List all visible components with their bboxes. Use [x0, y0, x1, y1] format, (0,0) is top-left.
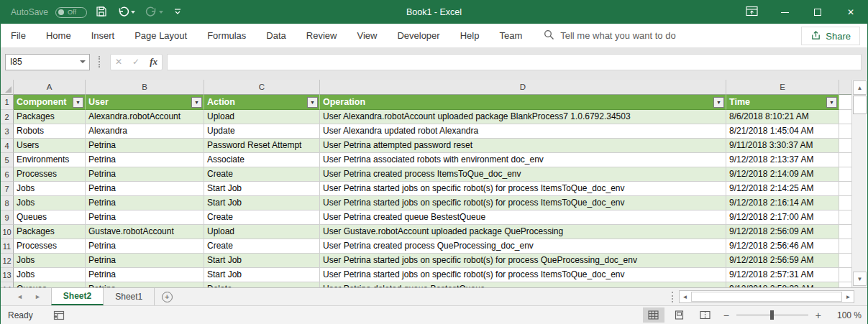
- ribbon-tab-home[interactable]: Home: [36, 24, 81, 47]
- sheet-tab-sheet2[interactable]: Sheet2: [51, 288, 104, 305]
- name-box-input[interactable]: [6, 57, 76, 67]
- cell-operation[interactable]: User Petrina started jobs on specific ro…: [320, 196, 726, 210]
- row-number[interactable]: 5: [1, 153, 14, 167]
- empty-cell[interactable]: [839, 196, 852, 210]
- empty-cell[interactable]: [839, 95, 852, 110]
- empty-cell[interactable]: [839, 225, 852, 239]
- column-header-c[interactable]: C: [204, 80, 320, 95]
- cell-user[interactable]: Alexandra: [86, 124, 204, 139]
- empty-cell[interactable]: [839, 167, 852, 182]
- row-number[interactable]: 13: [1, 268, 14, 282]
- empty-cell[interactable]: [839, 210, 852, 225]
- confirm-entry-button[interactable]: ✓: [132, 57, 140, 67]
- cell-time[interactable]: 9/12/2018 2:56:59 AM: [726, 254, 839, 268]
- share-button[interactable]: Share: [801, 27, 860, 45]
- cancel-entry-button[interactable]: ✕: [115, 57, 122, 67]
- horizontal-scrollbar-thumb[interactable]: [691, 292, 842, 302]
- sheet-tab-sheet1[interactable]: Sheet1: [104, 288, 155, 305]
- cell-time[interactable]: 9/11/2018 3:30:37 AM: [726, 139, 839, 153]
- filter-dropdown-button[interactable]: ▼: [191, 97, 202, 108]
- redo-button[interactable]: [144, 4, 165, 20]
- next-sheet-icon[interactable]: ►: [35, 293, 41, 300]
- cell-action[interactable]: Upload: [204, 110, 320, 124]
- row-number[interactable]: 6: [1, 167, 14, 182]
- autosave-toggle[interactable]: Off: [55, 7, 87, 18]
- ribbon-tab-page-layout[interactable]: Page Layout: [124, 24, 197, 47]
- cell-component[interactable]: Jobs: [14, 196, 86, 210]
- cell-user[interactable]: Petrina: [86, 182, 204, 196]
- ribbon-tab-formulas[interactable]: Formulas: [197, 24, 256, 47]
- cell-user[interactable]: Gustave.robotAccount: [86, 225, 204, 239]
- cell-action[interactable]: Password Reset Attempt: [204, 139, 320, 153]
- cell-time[interactable]: 9/12/2018 2:17:00 AM: [726, 210, 839, 225]
- vertical-scrollbar[interactable]: ▲ ▼: [851, 80, 867, 287]
- cell-action[interactable]: Upload: [204, 225, 320, 239]
- scroll-down-button[interactable]: ▼: [853, 272, 867, 286]
- filter-dropdown-button[interactable]: ▼: [73, 97, 83, 108]
- tab-bar-resize-handle[interactable]: [672, 292, 673, 302]
- insert-function-button[interactable]: fx: [150, 56, 157, 68]
- ribbon-tab-developer[interactable]: Developer: [387, 24, 449, 47]
- cell-operation[interactable]: User Petrina associated robots with envi…: [320, 153, 726, 167]
- cell-time[interactable]: 9/12/2018 2:14:09 AM: [726, 167, 839, 182]
- cell-action[interactable]: Delete: [204, 282, 320, 287]
- cell-user[interactable]: Petrina: [86, 196, 204, 210]
- zoom-slider[interactable]: [736, 315, 808, 315]
- cell-time[interactable]: 9/12/2018 2:14:25 AM: [726, 182, 839, 196]
- row-number[interactable]: 12: [1, 254, 14, 268]
- cell-operation[interactable]: User Petrina created process ItemsToQue_…: [320, 167, 726, 182]
- ribbon-tab-help[interactable]: Help: [450, 24, 490, 47]
- cell-time[interactable]: 9/12/2018 2:16:14 AM: [726, 196, 839, 210]
- cell-time[interactable]: 8/6/2018 8:10:21 AM: [726, 110, 839, 124]
- empty-cell[interactable]: [839, 182, 852, 196]
- empty-cell[interactable]: [839, 282, 852, 287]
- cell-action[interactable]: Start Job: [204, 182, 320, 196]
- save-button[interactable]: [94, 4, 109, 21]
- empty-cell[interactable]: [839, 268, 852, 282]
- row-number[interactable]: 14: [1, 282, 14, 287]
- ribbon-tab-view[interactable]: View: [347, 24, 387, 47]
- filter-dropdown-button[interactable]: ▼: [307, 97, 318, 108]
- row-number[interactable]: 4: [1, 139, 14, 153]
- filter-dropdown-button[interactable]: ▼: [713, 97, 724, 108]
- cell-operation[interactable]: User Petrina started jobs on specific ro…: [320, 254, 726, 268]
- new-sheet-button[interactable]: +: [155, 288, 179, 305]
- empty-cell[interactable]: [839, 239, 852, 254]
- row-number[interactable]: 2: [1, 110, 14, 124]
- select-all-button[interactable]: [1, 80, 14, 95]
- filter-dropdown-button[interactable]: ▼: [826, 97, 837, 108]
- ribbon-tab-team[interactable]: Team: [489, 24, 532, 47]
- cell-user[interactable]: Petrina: [86, 282, 204, 287]
- undo-button[interactable]: [116, 4, 137, 20]
- cell-operation[interactable]: User Petrina created process QueProcessi…: [320, 239, 726, 254]
- close-button[interactable]: ✕: [834, 1, 867, 24]
- cell-component[interactable]: Users: [14, 139, 86, 153]
- cell-user[interactable]: Petrina: [86, 153, 204, 167]
- scroll-up-button[interactable]: ▲: [853, 80, 867, 95]
- cell-user[interactable]: Alexandra.robotAccount: [86, 110, 204, 124]
- cell-operation[interactable]: User Alexandra.robotAccount uploaded pac…: [320, 110, 726, 124]
- cell-user[interactable]: Petrina: [86, 139, 204, 153]
- page-break-preview-button[interactable]: [695, 307, 716, 323]
- row-number[interactable]: 8: [1, 196, 14, 210]
- cell-time[interactable]: 8/21/2018 1:45:04 AM: [726, 124, 839, 139]
- column-header-e[interactable]: E: [726, 80, 839, 95]
- cell-component[interactable]: Packages: [14, 110, 86, 124]
- cell-user[interactable]: Petrina: [86, 167, 204, 182]
- cell-operation[interactable]: User Petrina attempted password reset: [320, 139, 726, 153]
- scroll-left-icon[interactable]: ◄: [680, 294, 690, 300]
- cell-time[interactable]: 9/12/2018 2:56:46 AM: [726, 239, 839, 254]
- tell-me-search[interactable]: Tell me what you want to do: [544, 29, 675, 42]
- ribbon-tab-insert[interactable]: Insert: [81, 24, 125, 47]
- cell-action[interactable]: Associate: [204, 153, 320, 167]
- formula-input[interactable]: [167, 54, 862, 70]
- cell-action[interactable]: Create: [204, 239, 320, 254]
- cell-operation[interactable]: User Petrina started jobs on specific ro…: [320, 268, 726, 282]
- cell-component[interactable]: Processes: [14, 167, 86, 182]
- cell-operation[interactable]: User Gustave.robotAccount uploaded packa…: [320, 225, 726, 239]
- cell-component[interactable]: Robots: [14, 124, 86, 139]
- cell-action[interactable]: Update: [204, 124, 320, 139]
- zoom-level-label[interactable]: 100 %: [828, 310, 862, 320]
- name-box[interactable]: [5, 54, 90, 70]
- empty-cell[interactable]: [839, 153, 852, 167]
